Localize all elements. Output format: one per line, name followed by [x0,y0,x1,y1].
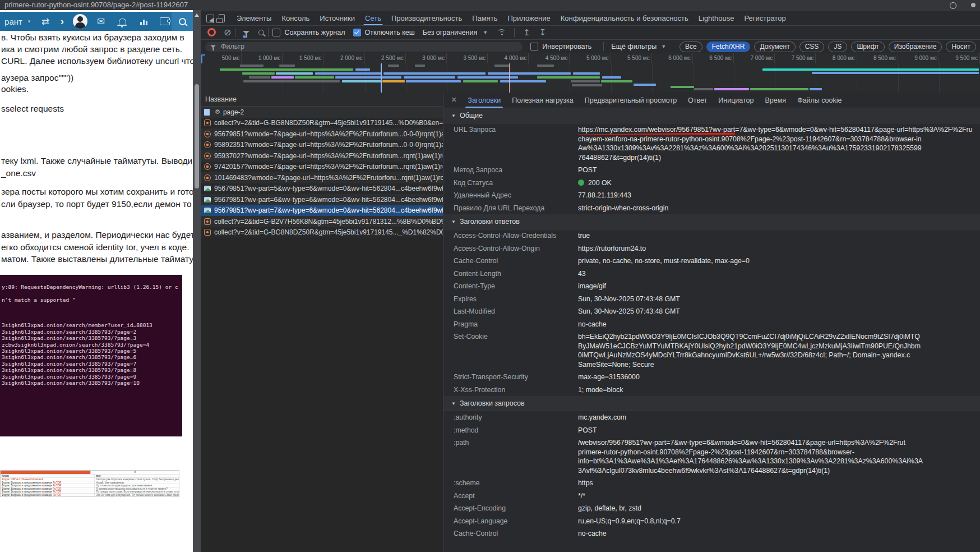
waterfall-bar [602,76,621,79]
details-tab-файлы-cookie[interactable]: Файлы cookie [792,93,847,108]
devtools-tab-регистратор[interactable]: Регистратор [739,11,791,25]
disable-cache-checkbox[interactable] [353,29,361,36]
header-name: Expires [454,295,578,304]
network-overview-waterfall[interactable] [201,63,980,93]
waterfall-bar [388,65,399,67]
device-toolbar-icon[interactable] [219,14,225,22]
header-name: Код Статуса [454,178,578,188]
chevron-down-icon[interactable]: ▼ [483,30,488,35]
header-row: Last-ModifiedSun, 30-Nov-2025 07:43:48 G… [443,305,980,318]
record-button[interactable] [207,28,216,36]
inspect-element-icon[interactable] [206,15,214,22]
network-request-row[interactable]: ⚙page-2 [201,107,443,118]
clear-icon[interactable]: ⊘ [224,28,231,37]
devtools-tab-lighthouse[interactable]: Lighthouse [694,11,739,25]
details-tab-полезная-нагрузка[interactable]: Полезная нагрузка [506,93,579,108]
network-request-row[interactable]: 95679851?wv-part=7&wv-type=6&wmode=0&wv-… [201,205,443,217]
header-name: Правило Для URL Перехода [454,204,578,213]
scrollbar-thumb[interactable] [195,84,199,188]
filter-chip-документ[interactable]: Документ [754,42,795,52]
details-tab-ответ[interactable]: Ответ [682,93,713,108]
filter-funnel-icon[interactable] [243,31,249,34]
devtools-tab-память[interactable]: Память [467,11,502,25]
waterfall-gridline [857,63,857,93]
network-request-row[interactable]: 95679851?wv-part=5&wv-type=6&wmode=0&wv-… [201,183,443,195]
forum-text-line: _one.csv [1,168,36,178]
preserve-log-label[interactable]: Сохранять журнал [284,29,345,36]
xhr-icon [204,131,211,137]
network-request-row[interactable]: 97420157?wmode=7&page-url=https%3A%2F%2F… [201,162,443,173]
throttling-select[interactable]: Без ограничения [423,29,478,36]
chevron-down-icon[interactable]: ▾ [25,12,34,31]
network-request-row[interactable]: collect?v=2&tid=G-BG8N8DZ50R&gtm=45je5bi… [201,227,443,238]
details-tab-заголовки[interactable]: Заголовки [462,93,506,108]
header-value-line: POST [578,165,980,175]
devtools-tab-источники[interactable]: Источники [315,11,360,25]
more-filters-button[interactable]: Ещё фильтры ▼ [611,43,672,50]
sheet-link[interactable]: RuTOR [53,494,61,496]
invert-label[interactable]: Инвертировать [542,43,591,50]
swap-arrows-icon[interactable]: ⇄ [37,12,54,31]
filter-chip-fetch-xhr[interactable]: Fetch/XHR [706,42,751,52]
devtools-tab-сеть[interactable]: Сеть [360,11,386,25]
network-request-row[interactable]: collect?v=2&tid=G-B2V7H56K8N&gtm=45je5bi… [201,216,443,227]
header-name: Pragma [454,320,578,329]
devtools-tab-консоль[interactable]: Консоль [276,11,315,25]
forum-menu-label[interactable]: рант [0,12,27,31]
timeline-tick: 9 000 мс [898,53,939,63]
filter-chip-css[interactable]: CSS [799,42,825,52]
chart-icon[interactable] [133,12,154,31]
section-header[interactable]: ▼Заголовки запросов [443,396,980,411]
disable-cache-label[interactable]: Отключить кеш [365,29,415,36]
search-icon[interactable] [172,12,193,31]
img-icon [204,186,211,191]
search-icon[interactable] [258,30,264,35]
filter-input[interactable]: Фильтр [205,42,523,52]
network-request-row[interactable]: 95892351?wmode=7&page-url=https%3A%2F%2F… [201,140,443,151]
devtools-tab-элементы[interactable]: Элементы [232,11,276,25]
network-conditions-icon[interactable] [497,29,507,36]
scroll-up-arrow-icon[interactable] [195,13,199,17]
network-request-row[interactable]: 95937027?wmode=7&page-url=https%3A%2F%2F… [201,150,443,162]
devtools-tab-производительность[interactable]: Производительность [386,11,467,25]
preserve-log-checkbox[interactable] [272,29,280,36]
value-text: 764488627&t=gdpr(14)ti(1) [578,154,661,162]
filter-chip-носит[interactable]: Носит [946,42,976,52]
details-tab-предварительный-просмотр[interactable]: Предварительный просмотр [579,93,682,108]
network-request-row[interactable]: 95679851?wv-part=6&wv-type=6&wmode=0&wv-… [201,194,443,205]
chevron-right-icon[interactable]: › [55,12,70,31]
section-header[interactable]: ▼Общие [443,108,980,123]
filter-chip-все[interactable]: Все [679,42,702,52]
close-icon[interactable]: × [443,95,462,106]
section-header[interactable]: ▼Заголовки ответов [443,214,980,229]
mail-icon[interactable]: ✉ [91,12,111,31]
devtools-tab-конфиденциальность-и-безопасность[interactable]: Конфиденциальность и безопасность [556,11,694,25]
requests-table-header[interactable]: Название [201,93,443,107]
waterfall-gridline [652,63,653,93]
triangle-down-icon: ▼ [451,219,456,224]
header-value-line: 3Avf%3Aclgul073kv8mluc4beehw6f9wkvkr%3As… [578,466,980,476]
filter-chip-js[interactable]: JS [828,42,847,52]
details-tab-время[interactable]: Время [760,93,792,108]
bell-icon[interactable] [112,12,132,31]
page-scrollbar[interactable] [193,10,201,552]
invert-checkbox[interactable] [530,43,538,50]
profile-icon[interactable] [950,2,956,9]
value-text: /webvisor/95679851?wv-part=7&wv-type=6&w… [578,439,905,447]
network-request-row[interactable]: 101469483?wmode=7&page-url=https%3A%2F%2… [201,172,443,183]
waterfall-bar [537,65,554,67]
export-har-icon[interactable]: ↧ [539,27,547,38]
header-name: X-Xss-Protection [454,385,578,395]
filter-chip-изображение[interactable]: Изображение [889,42,942,52]
network-request-row[interactable]: collect?v=2&tid=G-BG8N8DZ50R&gtm=45je5bi… [201,118,443,129]
import-har-icon[interactable]: ↥ [523,27,530,38]
details-tab-инициатор[interactable]: Инициатор [713,93,759,108]
network-request-row[interactable]: 95679851?wmode=7&page-url=https%3A%2F%2F… [201,128,443,140]
devtools-tab-приложение[interactable]: Приложение [502,11,555,25]
menu-dot-icon[interactable] [971,3,976,7]
waterfall-bar [383,72,486,75]
user-avatar[interactable] [71,12,90,31]
header-name: Content-Length [454,269,578,279]
filter-chip-шрифт[interactable]: Шрифт [851,42,884,52]
header-value: 43 [578,269,980,279]
